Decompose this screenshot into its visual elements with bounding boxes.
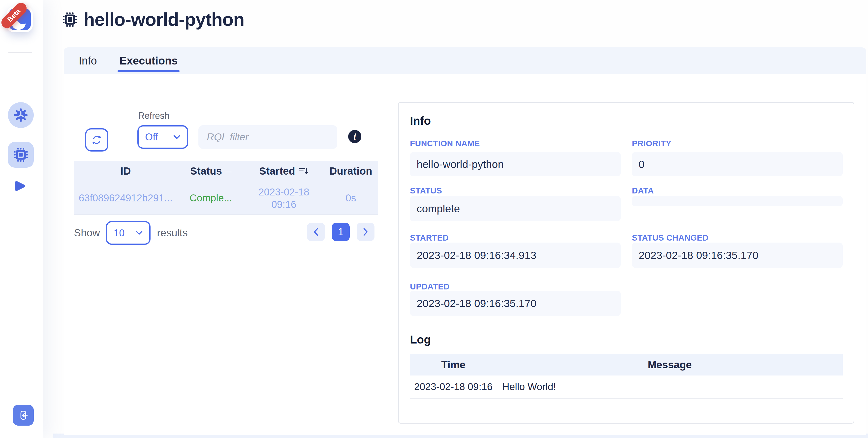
results-label: results	[157, 227, 188, 239]
field-label-priority: PRIORITY	[632, 139, 843, 148]
execution-id-link[interactable]: 63f089624912b291...	[74, 192, 177, 204]
executions-table: ID Status – Started Duration	[74, 161, 378, 215]
info-glyph: i	[353, 131, 356, 142]
chevron-down-icon	[135, 230, 143, 236]
results-controls: Show 10 results	[74, 221, 188, 245]
page-size-value: 10	[114, 227, 125, 239]
chevron-left-icon	[313, 228, 319, 236]
tab-bar: Info Executions	[64, 48, 866, 74]
field-label-function-name: FUNCTION NAME	[410, 139, 621, 148]
app-root: Beta	[0, 0, 868, 438]
field-label-data: DATA	[632, 186, 843, 195]
field-value-status: complete	[410, 196, 621, 221]
column-header-started[interactable]: Started	[244, 165, 323, 177]
field-label-status: STATUS	[410, 186, 621, 195]
app-logo[interactable]: Beta	[7, 6, 33, 32]
field-value-updated: 2023-02-18 09:16:35.170	[410, 291, 621, 316]
execution-duration: 0s	[323, 192, 378, 204]
main-panel: Info Executions Refresh Off i	[64, 48, 866, 435]
page-header: hello-world-python	[63, 9, 244, 30]
gear-icon	[14, 108, 28, 122]
page-size-dropdown[interactable]: 10	[106, 221, 151, 245]
log-section-heading: Log	[410, 333, 431, 346]
refresh-label: Refresh	[138, 111, 169, 121]
tab-executions[interactable]: Executions	[118, 48, 180, 74]
refresh-button[interactable]	[85, 128, 108, 152]
tab-info[interactable]: Info	[78, 48, 98, 74]
show-label: Show	[74, 227, 100, 239]
chevron-right-icon	[363, 228, 368, 236]
sort-descending-icon	[299, 167, 309, 175]
sidebar-item-settings[interactable]	[8, 102, 34, 128]
sidebar-item-executions[interactable]	[14, 180, 26, 193]
log-row-message: Hello World!	[497, 381, 843, 393]
page-number-button[interactable]: 1	[332, 223, 350, 241]
field-label-status-changed: STATUS CHANGED	[632, 233, 843, 243]
next-page-button[interactable]	[356, 223, 374, 241]
cpu-chip-title-icon	[63, 12, 77, 27]
logout-icon	[18, 409, 29, 421]
refresh-interval-dropdown[interactable]: Off	[137, 125, 188, 149]
execution-started: 2023-02-18 09:16	[244, 186, 323, 211]
refresh-interval-value: Off	[145, 131, 158, 143]
field-value-function-name: hello-world-python	[410, 152, 621, 176]
filter-info-icon[interactable]: i	[348, 130, 361, 143]
logout-button[interactable]	[13, 405, 34, 426]
executions-table-header: ID Status – Started Duration	[74, 161, 378, 182]
log-row: 2023-02-18 09:16 Hello World!	[410, 375, 843, 399]
sort-none-icon: –	[225, 165, 231, 177]
field-label-updated: UPDATED	[410, 282, 621, 291]
cpu-chip-icon	[14, 148, 28, 162]
info-section-heading: Info	[410, 114, 431, 127]
execution-row[interactable]: 63f089624912b291... Comple... 2023-02-18…	[74, 182, 378, 215]
play-icon	[14, 180, 26, 192]
refresh-icon	[91, 134, 103, 146]
active-tab-underline	[118, 70, 180, 72]
log-row-time: 2023-02-18 09:16	[410, 381, 497, 393]
column-header-duration[interactable]: Duration	[323, 165, 378, 177]
column-header-status[interactable]: Status –	[177, 165, 244, 177]
rql-filter-input[interactable]	[198, 125, 337, 149]
log-table: Time Message 2023-02-18 09:16 Hello Worl…	[410, 354, 843, 399]
execution-status: Comple...	[177, 192, 244, 204]
field-value-priority: 0	[632, 152, 843, 176]
field-label-started: STARTED	[410, 233, 621, 243]
sidebar-divider	[8, 52, 32, 53]
column-header-id[interactable]: ID	[74, 165, 177, 177]
field-value-started: 2023-02-18 09:16:34.913	[410, 243, 621, 268]
log-table-header: Time Message	[410, 354, 843, 375]
field-value-status-changed: 2023-02-18 09:16:35.170	[632, 243, 843, 268]
sidebar-item-functions[interactable]	[8, 142, 34, 168]
previous-page-button[interactable]	[307, 223, 325, 241]
log-column-time: Time	[410, 359, 497, 371]
field-value-data	[632, 196, 843, 206]
sidebar: Beta	[0, 0, 43, 438]
chevron-down-icon	[173, 135, 181, 139]
log-column-message: Message	[497, 359, 843, 371]
execution-details-card: Info FUNCTION NAME hello-world-python PR…	[398, 102, 855, 424]
page-title: hello-world-python	[84, 9, 244, 30]
